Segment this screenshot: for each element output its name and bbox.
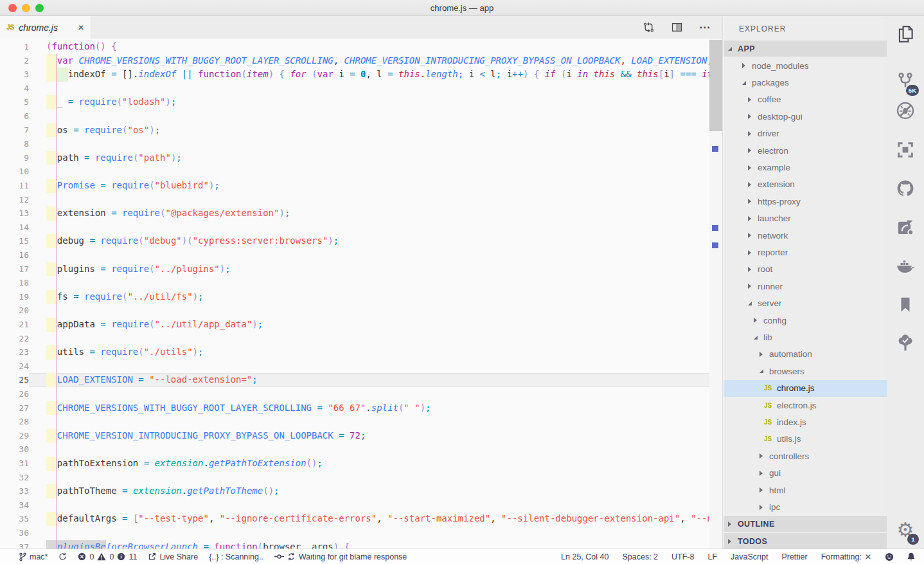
code-line-32[interactable]: 32	[0, 471, 722, 485]
code-line-28[interactable]: 28	[0, 415, 722, 429]
open-changes-button[interactable]	[643, 21, 655, 33]
problems-indicator[interactable]: 0011	[78, 552, 137, 561]
code-line-35[interactable]: 35 defaultArgs = ["--test-type", "--igno…	[0, 512, 722, 526]
github-icon[interactable]	[887, 176, 924, 201]
git-blame-indicator[interactable]: Waiting for git blame response	[274, 552, 407, 561]
split-editor-button[interactable]	[671, 22, 682, 33]
tree-item-launcher[interactable]: launcher	[724, 210, 887, 227]
code-line-27[interactable]: 27 CHROME_VERSIONS_WITH_BUGGY_ROOT_LAYER…	[0, 401, 722, 415]
code-line-21[interactable]: 21 appData = require("../util/app_data")…	[0, 318, 722, 332]
section-outline[interactable]: OUTLINE	[724, 516, 887, 532]
tree-item-root[interactable]: root	[724, 261, 887, 278]
code-line-7[interactable]: 7 os = require("os");	[0, 123, 722, 138]
code-line-9[interactable]: 9 path = require("path");	[0, 151, 722, 165]
formatting-toggle[interactable]: Formatting:✕	[821, 552, 871, 561]
code-line-8[interactable]: 8	[0, 137, 722, 151]
code-line-19[interactable]: 19 fs = require("../util/fs");	[0, 290, 722, 304]
tree-item-runner[interactable]: runner	[724, 278, 887, 295]
tree-item-server[interactable]: server	[724, 295, 887, 312]
tree-item-desktop-gui[interactable]: desktop-gui	[724, 108, 887, 125]
tree-item-coffee[interactable]: coffee	[724, 91, 887, 108]
tree-item-example[interactable]: example	[724, 159, 887, 176]
code-line-16[interactable]: 16	[0, 248, 722, 262]
tree-item-utils.js[interactable]: JSutils.js	[724, 431, 887, 448]
code-line-13[interactable]: 13 extension = require("@packages/extens…	[0, 206, 722, 221]
tree-item-chrome.js[interactable]: JSchrome.js	[724, 380, 887, 397]
section-todos[interactable]: TODOS	[724, 533, 887, 549]
tab-chrome-js[interactable]: JS chrome.js ✕	[0, 16, 91, 39]
tree-item-browsers[interactable]: browsers	[724, 363, 887, 379]
code-line-30[interactable]: 30	[0, 442, 722, 457]
code-line-31[interactable]: 31 pathToExtension = extension.getPathTo…	[0, 457, 722, 471]
code-line-26[interactable]: 26	[0, 387, 722, 401]
branch-indicator[interactable]: mac*	[19, 552, 48, 561]
zoom-window-button[interactable]	[35, 4, 44, 12]
todo-tree-icon[interactable]	[887, 331, 924, 355]
source-control-icon[interactable]: 5K	[887, 69, 924, 93]
tree-item-node_modules[interactable]: node_modules	[724, 57, 887, 74]
section-app[interactable]: APP	[724, 41, 887, 57]
code-line-1[interactable]: 1(function() {	[0, 40, 722, 54]
bookmark-icon[interactable]	[887, 293, 924, 317]
indentation[interactable]: Spaces: 2	[622, 552, 658, 561]
code-line-2[interactable]: 2 var CHROME_VERSIONS_WITH_BUGGY_ROOT_LA…	[0, 54, 722, 68]
tree-item-html[interactable]: html	[724, 482, 887, 498]
tree-item-gui[interactable]: gui	[724, 465, 887, 482]
frame-icon[interactable]	[887, 138, 924, 162]
minimize-window-button[interactable]	[22, 4, 30, 12]
tree-item-controllers[interactable]: controllers	[724, 448, 887, 464]
code-line-12[interactable]: 12	[0, 193, 722, 207]
gear-icon[interactable]: ⚙1	[887, 518, 924, 542]
tree-item-network[interactable]: network	[724, 227, 887, 244]
code-line-36[interactable]: 36	[0, 526, 722, 540]
eol[interactable]: LF	[707, 552, 717, 561]
code-line-11[interactable]: 11 Promise = require("bluebird");	[0, 179, 722, 193]
tree-item-https-proxy[interactable]: https-proxy	[724, 193, 887, 210]
docker-icon[interactable]	[887, 253, 924, 278]
tree-item-electron.js[interactable]: JSelectron.js	[724, 397, 887, 414]
tree-item-extension[interactable]: extension	[724, 176, 887, 193]
code-line-29[interactable]: 29 CHROME_VERSION_INTRODUCING_PROXY_BYPA…	[0, 429, 722, 443]
tree-item-ipc[interactable]: ipc	[724, 498, 887, 515]
tree-item-driver[interactable]: driver	[724, 125, 887, 142]
tree-item-index.js[interactable]: JSindex.js	[724, 414, 887, 430]
tree-item-lib[interactable]: lib	[724, 329, 887, 345]
notifications-bell[interactable]	[907, 552, 915, 561]
code-line-33[interactable]: 33 pathToTheme = extension.getPathToThem…	[0, 484, 722, 498]
share-out-icon[interactable]	[887, 215, 924, 239]
code-line-37[interactable]: 37 pluginsBeforeBrowserLaunch = function…	[0, 540, 722, 549]
code-line-3[interactable]: 3 indexOf = [].indexOf || function(item)…	[0, 68, 722, 82]
close-window-button[interactable]	[8, 4, 17, 12]
code-line-18[interactable]: 18	[0, 276, 722, 290]
code-line-15[interactable]: 15 debug = require("debug")("cypress:ser…	[0, 234, 722, 248]
formatter[interactable]: Prettier	[781, 552, 807, 561]
code-line-17[interactable]: 17 plugins = require("../plugins");	[0, 262, 722, 277]
code-line-10[interactable]: 10	[0, 165, 722, 179]
close-tab-icon[interactable]: ✕	[78, 23, 84, 32]
code-line-6[interactable]: 6	[0, 109, 722, 123]
tree-item-reporter[interactable]: reporter	[724, 244, 887, 260]
code-line-24[interactable]: 24	[0, 359, 722, 374]
scanning-indicator[interactable]: {..} : Scanning..	[209, 552, 263, 561]
feedback-smiley[interactable]	[885, 552, 894, 561]
tree-item-packages[interactable]: packages	[724, 74, 887, 91]
code-editor[interactable]: 1(function() {2 var CHROME_VERSIONS_WITH…	[0, 39, 722, 549]
live-share-button[interactable]: Live Share	[148, 552, 198, 561]
code-line-4[interactable]: 4	[0, 82, 722, 96]
code-line-25[interactable]: 25 LOAD_EXTENSION = "--load-extension=";	[0, 373, 722, 387]
more-actions-button[interactable]: ⋯	[699, 21, 711, 34]
code-line-22[interactable]: 22	[0, 332, 722, 346]
code-line-23[interactable]: 23 utils = require("./utils");	[0, 345, 722, 359]
code-line-20[interactable]: 20	[0, 304, 722, 318]
tree-item-config[interactable]: config	[724, 312, 887, 329]
language-mode[interactable]: JavaScript	[731, 552, 768, 561]
bug-disabled-icon[interactable]	[887, 98, 924, 123]
encoding[interactable]: UTF-8	[671, 552, 694, 561]
code-line-34[interactable]: 34	[0, 498, 722, 513]
cursor-position[interactable]: Ln 25, Col 40	[561, 552, 609, 561]
code-line-14[interactable]: 14	[0, 221, 722, 235]
tree-item-automation[interactable]: automation	[724, 346, 887, 363]
scrollbar-thumb[interactable]	[709, 40, 722, 131]
tree-item-electron[interactable]: electron	[724, 142, 887, 159]
sync-button[interactable]	[58, 552, 67, 561]
